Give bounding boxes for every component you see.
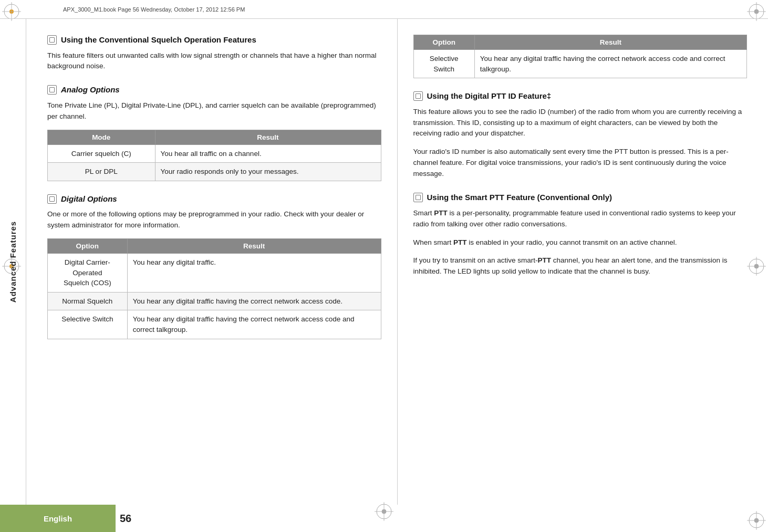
analog-row2-col1: PL or DPL bbox=[48, 163, 155, 181]
analog-table-row-2: PL or DPL Your radio responds only to yo… bbox=[48, 163, 381, 181]
analog-options-table: Mode Result Carrier squelch (C) You hear… bbox=[47, 130, 381, 181]
analog-row1-col2: You hear all traffic on a channel. bbox=[155, 144, 381, 163]
right-section2-icon bbox=[413, 193, 423, 202]
right-top-table-row-1: Selective Switch You hear any digital tr… bbox=[413, 50, 747, 78]
right-top-row1-col1: Selective Switch bbox=[413, 50, 474, 78]
right-section1-heading-text: Using the Digital PTT ID Feature‡ bbox=[427, 91, 552, 101]
section3-icon bbox=[47, 194, 57, 204]
bottom-center-mark bbox=[375, 502, 393, 523]
top-bar: APX_3000_M1.book Page 56 Wednesday, Octo… bbox=[0, 0, 768, 19]
bottom-tab-label: English bbox=[44, 514, 72, 523]
right-top-table-col2-header: Result bbox=[474, 35, 746, 50]
digital-row2-col2: You hear any digital traffic having the … bbox=[127, 292, 381, 310]
right-section2-heading-text: Using the Smart PTT Feature (Conventiona… bbox=[427, 192, 613, 203]
section3-body: One or more of the following options may… bbox=[47, 209, 381, 231]
digital-row3-col1: Selective Switch bbox=[48, 310, 128, 339]
sidebar-label-text: Advanced Features bbox=[8, 221, 17, 302]
section2-heading-text: Analog Options bbox=[61, 85, 120, 95]
right-top-row1-col2: You hear any digital traffic having the … bbox=[474, 50, 746, 78]
digital-row2-col1: Normal Squelch bbox=[48, 292, 128, 310]
digital-row3-col2: You hear any digital traffic having the … bbox=[127, 310, 381, 339]
analog-table-row-1: Carrier squelch (C) You hear all traffic… bbox=[48, 144, 381, 163]
digital-table-col2-header: Result bbox=[127, 239, 381, 254]
analog-table-col1-header: Mode bbox=[48, 130, 155, 144]
digital-row1-col2: You hear any digital traffic. bbox=[127, 254, 381, 293]
right-section2-body3: If you try to transmit on an active smar… bbox=[413, 255, 748, 277]
digital-table-row-2: Normal Squelch You hear any digital traf… bbox=[48, 292, 381, 310]
section1-icon bbox=[47, 35, 57, 45]
right-section2-body1: Smart PTT is a per-personality, programm… bbox=[413, 208, 748, 230]
digital-table-col1-header: Option bbox=[48, 239, 128, 254]
right-section1-body1: This feature allows you to see the radio… bbox=[413, 107, 748, 140]
right-section1-body2: Your radio's ID number is also automatic… bbox=[413, 147, 748, 180]
right-top-table: Option Result Selective Switch You hear … bbox=[413, 35, 748, 78]
section1-heading: Using the Conventional Squelch Operation… bbox=[47, 35, 381, 45]
digital-row1-col1: Digital Carrier-OperatedSquelch (COS) bbox=[48, 254, 128, 293]
analog-table-col2-header: Result bbox=[155, 130, 381, 144]
section2-heading: Analog Options bbox=[47, 85, 381, 95]
right-top-table-col1-header: Option bbox=[413, 35, 474, 50]
section1-body: This feature filters out unwanted calls … bbox=[47, 50, 381, 72]
bottom-english-tab: English bbox=[0, 505, 116, 532]
section3-heading: Digital Options bbox=[47, 194, 381, 204]
reg-mark-bottom-right bbox=[747, 511, 766, 530]
digital-table-row-1: Digital Carrier-OperatedSquelch (COS) Yo… bbox=[48, 254, 381, 293]
section1-heading-text: Using the Conventional Squelch Operation… bbox=[61, 35, 256, 45]
section2-body: Tone Private Line (PL), Digital Private-… bbox=[47, 100, 381, 122]
right-section1-heading: Using the Digital PTT ID Feature‡ bbox=[413, 91, 748, 101]
left-column: Using the Conventional Squelch Operation… bbox=[26, 19, 398, 505]
right-section1-icon bbox=[413, 91, 423, 101]
right-column: Option Result Selective Switch You hear … bbox=[398, 19, 769, 505]
digital-options-table: Option Result Digital Carrier-OperatedSq… bbox=[47, 238, 381, 339]
section2-icon bbox=[47, 85, 57, 95]
digital-table-row-3: Selective Switch You hear any digital tr… bbox=[48, 310, 381, 339]
analog-row1-col1: Carrier squelch (C) bbox=[48, 144, 155, 163]
analog-row2-col2: Your radio responds only to your message… bbox=[155, 163, 381, 181]
right-section2-body2: When smart PTT is enabled in your radio,… bbox=[413, 237, 748, 248]
section3-heading-text: Digital Options bbox=[61, 194, 117, 204]
sidebar-label: Advanced Features bbox=[0, 19, 26, 505]
page-number: 56 bbox=[120, 513, 131, 525]
top-bar-text: APX_3000_M1.book Page 56 Wednesday, Octo… bbox=[63, 6, 245, 13]
right-section2-heading: Using the Smart PTT Feature (Conventiona… bbox=[413, 192, 748, 203]
main-content: Using the Conventional Squelch Operation… bbox=[26, 19, 768, 505]
